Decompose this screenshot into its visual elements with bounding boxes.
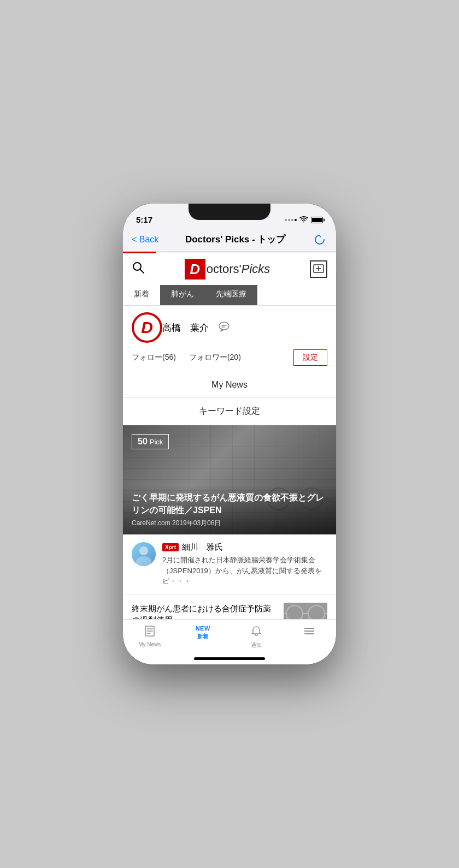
- back-button[interactable]: < Back: [132, 235, 158, 245]
- stats-row: フォロー(56) フォロワー(20) 設定: [123, 349, 336, 372]
- add-button[interactable]: [310, 260, 327, 278]
- tab-notification[interactable]: 通知: [229, 625, 283, 649]
- navigation-bar: < Back Doctors' Picks - トップ: [123, 228, 336, 252]
- expert-card[interactable]: Xprt 細川 雅氏 2月に開催された日本静脈経腸栄養学会学術集会（JSPEN2…: [123, 534, 336, 595]
- tag-new[interactable]: 新着: [123, 285, 160, 305]
- svg-point-5: [219, 322, 229, 330]
- logo-doctors: octors'Picks: [207, 262, 270, 276]
- tags-bar: 新着 肺がん 先端医療: [123, 285, 336, 306]
- profile-name: 高橋 葉介: [162, 322, 209, 334]
- battery-icon: [311, 217, 323, 223]
- xprt-badge: Xprt: [162, 543, 179, 551]
- tag-advanced-medicine[interactable]: 先端医療: [205, 285, 257, 305]
- svg-rect-16: [284, 603, 327, 620]
- tab-my-news[interactable]: My News: [123, 625, 176, 647]
- tag-lung-cancer[interactable]: 肺がん: [160, 285, 205, 305]
- avatar: D: [132, 312, 162, 343]
- svg-line-1: [140, 270, 144, 274]
- follow-count: フォロー(56): [132, 353, 176, 362]
- main-content: D octors'Picks 新着: [123, 253, 336, 619]
- hero-text: ごく早期に発現するがん悪液質の食欲不振とグレリンの可能性／JSPEN CareN…: [123, 485, 336, 534]
- tab-new-label: 新着: [197, 633, 208, 640]
- app-header: D octors'Picks: [123, 253, 336, 285]
- tab-notification-icon: [250, 625, 262, 640]
- refresh-button[interactable]: [312, 232, 327, 247]
- tab-notification-label: 通知: [251, 641, 262, 649]
- home-indicator: [194, 657, 265, 660]
- expert-name-row: Xprt 細川 雅氏: [162, 542, 327, 552]
- expert-info: Xprt 細川 雅氏 2月に開催された日本静脈経腸栄養学会学術集会（JSPEN2…: [162, 542, 327, 587]
- status-icons: [285, 216, 323, 224]
- logo-d-box: D: [185, 259, 205, 280]
- my-news-menu-item[interactable]: My News: [123, 372, 336, 398]
- chat-icon[interactable]: [217, 320, 231, 335]
- nav-title: Doctors' Picks - トップ: [185, 233, 286, 246]
- small-news-article[interactable]: 終末期がん患者における合併症予防薬の過剰使用 CareNet.com 2019年…: [123, 595, 336, 620]
- tab-new-badge: NEW: [196, 625, 210, 632]
- status-time: 5:17: [136, 215, 152, 224]
- tab-menu[interactable]: [283, 625, 337, 640]
- hero-article[interactable]: 50 Pick ごく早期に発現するがん悪液質の食欲不振とグレリンの可能性／JSP…: [123, 425, 336, 534]
- tab-menu-icon: [303, 625, 315, 640]
- logo-letter: D: [190, 261, 200, 278]
- hero-title: ごく早期に発現するがん悪液質の食欲不振とグレリンの可能性／JSPEN: [132, 492, 327, 516]
- expert-avatar: [132, 542, 156, 566]
- settings-button[interactable]: 設定: [293, 349, 327, 366]
- tab-my-news-icon: [144, 625, 156, 640]
- profile-section: D 高橋 葉介: [123, 306, 336, 349]
- signal-icon: [285, 219, 297, 221]
- hero-meta: CareNet.com 2019年03月06日: [132, 519, 327, 528]
- keyword-setting-menu-item[interactable]: キーワード設定: [123, 398, 336, 425]
- small-news-content: 終末期がん患者における合併症予防薬の過剰使用 CareNet.com 2019年…: [132, 603, 277, 620]
- small-news-title: 終末期がん患者における合併症予防薬の過剰使用: [132, 603, 277, 620]
- expert-text: 2月に開催された日本静脈経腸栄養学会学術集会（JSPEN2019）から、がん悪液…: [162, 555, 327, 587]
- pick-badge: 50 Pick: [132, 434, 169, 449]
- tab-my-news-label: My News: [138, 641, 161, 647]
- small-news-thumbnail: [284, 603, 327, 620]
- app-logo: D octors'Picks: [185, 259, 270, 280]
- avatar-letter: D: [141, 319, 153, 336]
- follower-count: フォロワー(20): [189, 353, 241, 362]
- expert-name: 細川 雅氏: [182, 542, 223, 552]
- tab-new[interactable]: NEW 新着: [176, 625, 230, 640]
- svg-point-14: [139, 546, 148, 555]
- wifi-icon: [299, 216, 308, 224]
- search-icon[interactable]: [132, 261, 145, 277]
